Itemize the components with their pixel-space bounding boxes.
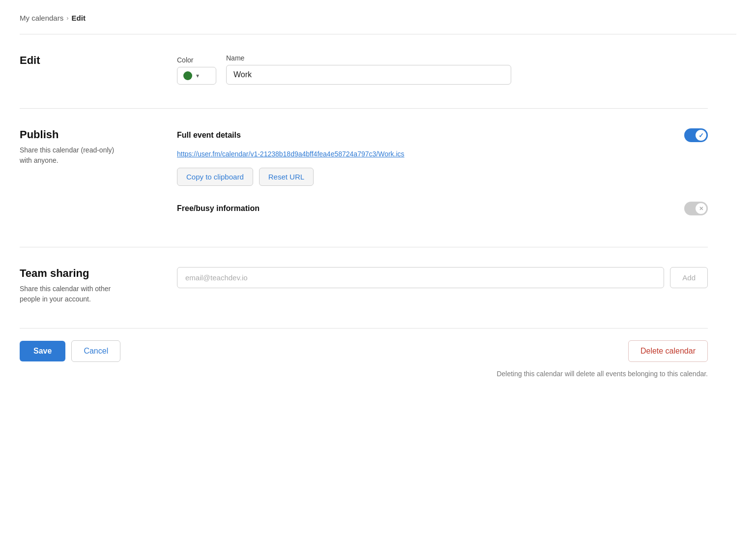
action-buttons: Copy to clipboard Reset URL <box>177 168 708 186</box>
edit-section-right: Color ▾ Name <box>177 54 708 85</box>
full-event-details-label: Full event details <box>177 131 241 140</box>
add-button[interactable]: Add <box>670 267 708 288</box>
breadcrumb-current: Edit <box>72 14 86 22</box>
name-field-group: Name <box>226 54 511 85</box>
toggle-thumb-off <box>696 203 706 214</box>
team-sharing-title: Team sharing <box>20 267 157 280</box>
team-sharing-section: Team sharing Share this calendar with ot… <box>20 267 708 304</box>
free-busy-row: Free/busy information <box>177 202 708 215</box>
top-divider <box>20 34 736 34</box>
delete-calendar-button[interactable]: Delete calendar <box>628 340 708 362</box>
bottom-actions-section: Save Cancel Delete calendar Deleting thi… <box>20 340 708 378</box>
color-field-group: Color ▾ <box>177 56 216 85</box>
publish-section-title: Publish <box>20 128 157 141</box>
edit-fields: Color ▾ Name <box>177 54 708 85</box>
page-content: Edit Color ▾ Name Publish <box>20 54 708 378</box>
team-sharing-section-left: Team sharing Share this calendar with ot… <box>20 267 157 304</box>
publish-section-right: Full event details https://user.fm/calen… <box>177 128 708 223</box>
edit-section: Edit Color ▾ Name <box>20 54 708 85</box>
free-busy-label: Free/busy information <box>177 204 260 213</box>
reset-url-button[interactable]: Reset URL <box>259 168 314 186</box>
calendar-url-link[interactable]: https://user.fm/calendar/v1-21238b18d9a4… <box>177 150 708 158</box>
edit-section-title: Edit <box>20 54 157 67</box>
publish-section: Publish Share this calendar (read-only) … <box>20 128 708 223</box>
free-busy-toggle[interactable] <box>684 202 708 215</box>
team-sharing-section-right: Add <box>177 267 708 304</box>
publish-divider <box>20 108 708 109</box>
full-event-details-toggle[interactable] <box>684 128 708 142</box>
chevron-down-icon: ▾ <box>196 72 199 79</box>
color-label: Color <box>177 56 216 64</box>
calendar-name-input[interactable] <box>226 65 511 85</box>
save-button[interactable]: Save <box>20 341 65 361</box>
bottom-actions: Save Cancel Delete calendar <box>20 340 708 362</box>
breadcrumb-parent-link[interactable]: My calendars <box>20 14 63 22</box>
copy-to-clipboard-button[interactable]: Copy to clipboard <box>177 168 253 186</box>
email-input[interactable] <box>177 267 664 288</box>
toggle-thumb-on <box>696 130 706 141</box>
bottom-divider <box>20 328 708 329</box>
team-sharing-divider <box>20 247 708 247</box>
publish-section-desc: Share this calendar (read-only) with any… <box>20 145 157 166</box>
cancel-button[interactable]: Cancel <box>71 340 120 362</box>
full-event-details-row: Full event details <box>177 128 708 142</box>
breadcrumb-separator: › <box>66 14 68 22</box>
team-sharing-desc: Share this calendar with other people in… <box>20 284 157 304</box>
edit-section-left: Edit <box>20 54 157 85</box>
publish-section-left: Publish Share this calendar (read-only) … <box>20 128 157 223</box>
color-dot <box>183 71 192 80</box>
name-label: Name <box>226 54 511 62</box>
breadcrumb: My calendars › Edit <box>20 14 736 22</box>
team-input-row: Add <box>177 267 708 288</box>
color-selector[interactable]: ▾ <box>177 67 216 85</box>
delete-warning-text: Deleting this calendar will delete all e… <box>359 370 708 378</box>
